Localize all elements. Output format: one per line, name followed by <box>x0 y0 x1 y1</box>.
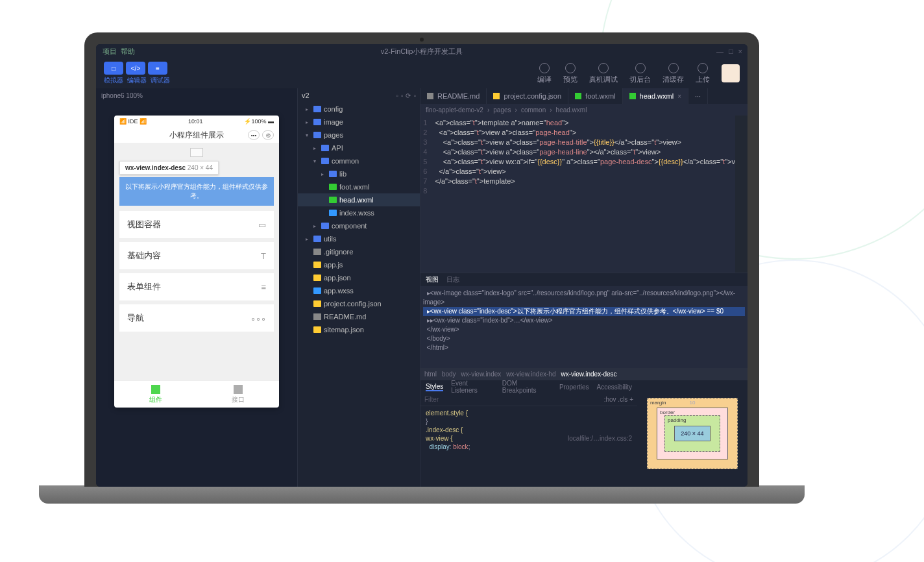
filter-actions[interactable]: :hov .cls + <box>604 396 633 403</box>
file-explorer: v2 ▫ ▫ ⟳ ▫ ▸config▸image▾pages▸API▾commo… <box>297 88 420 487</box>
tree-node[interactable]: app.json <box>298 271 420 284</box>
toolbar-switch[interactable]: 切后台 <box>629 63 651 84</box>
minimap[interactable] <box>735 116 748 273</box>
tree-node[interactable]: app.js <box>298 258 420 271</box>
editor-pill[interactable]: </> <box>126 62 145 75</box>
devtools-crumb[interactable]: html <box>424 371 437 378</box>
editor-tab[interactable]: project.config.json <box>487 88 568 104</box>
tree-node[interactable]: sitemap.json <box>298 323 420 336</box>
selected-element[interactable]: 以下将展示小程序官方组件能力，组件样式仅供参考。 <box>119 177 274 206</box>
status-battery: ⚡100% ▬ <box>244 118 274 125</box>
devtools-crumb[interactable]: wx-view.index <box>461 371 502 378</box>
tree-node[interactable]: ▾common <box>298 154 420 167</box>
devtools: 视图 日志 ▸<wx-image class="index-logo" src=… <box>420 273 748 487</box>
collapse-icon[interactable]: ▫ <box>413 92 416 99</box>
tree-node[interactable]: README.md <box>298 310 420 323</box>
styles-tab[interactable]: Accessibility <box>597 384 632 391</box>
editor-tab[interactable]: README.md <box>420 88 487 104</box>
tree-node[interactable]: head.wxml <box>298 193 420 206</box>
menu-project[interactable]: 项目 <box>103 47 117 56</box>
editor-tab[interactable]: foot.wxml <box>568 88 622 104</box>
tree-node[interactable]: ▸utils <box>298 232 420 245</box>
new-file-icon[interactable]: ▫ <box>396 92 398 99</box>
breadcrumb[interactable]: common <box>521 106 546 114</box>
window-title: v2-FinClip小程序开发工具 <box>381 47 463 56</box>
tabs-more[interactable]: ··· <box>688 88 708 104</box>
devtools-tab-log[interactable]: 日志 <box>446 275 459 284</box>
laptop-mockup: 项目 帮助 v2-FinClip小程序开发工具 — □ × □ </> ≡ 模拟… <box>39 32 805 526</box>
capsule-close-icon[interactable]: ◎ <box>262 130 274 140</box>
styles-tab[interactable]: Properties <box>559 384 589 391</box>
toolbar: □ </> ≡ 模拟器 编辑器 调试器 编译预览真机调试切后台清缓存上传 <box>96 58 748 88</box>
styles-tab[interactable]: Styles <box>426 383 443 391</box>
close-icon[interactable]: × <box>738 47 742 55</box>
editor-pane: README.mdproject.config.jsonfoot.wxmlhea… <box>420 88 748 487</box>
inspect-tooltip: wx-view.index-desc 240 × 44 <box>119 161 219 175</box>
capsule-menu-icon[interactable]: ••• <box>248 130 260 140</box>
devtools-tab-view[interactable]: 视图 <box>426 275 439 284</box>
minimize-icon[interactable]: — <box>716 47 723 55</box>
tree-node[interactable]: ▸image <box>298 116 420 128</box>
maximize-icon[interactable]: □ <box>729 47 733 55</box>
device-label: iphone6 100% <box>101 92 143 99</box>
refresh-icon[interactable]: ⟳ <box>406 92 411 99</box>
breadcrumb[interactable]: head.wxml <box>556 106 587 114</box>
list-item[interactable]: 导航∘∘∘ <box>119 304 274 332</box>
toolbar-compile[interactable]: 编译 <box>537 63 552 84</box>
tree-node[interactable]: ▸component <box>298 219 420 232</box>
phone-preview: 📶 IDE 📶 10:01 ⚡100% ▬ 小程序组件展示 ••• ◎ wx-v… <box>114 116 279 408</box>
toolbar-upload[interactable]: 上传 <box>696 63 710 84</box>
breadcrumb[interactable]: pages <box>493 106 511 114</box>
menubar: 项目 帮助 v2-FinClip小程序开发工具 — □ × <box>96 44 748 58</box>
list-item[interactable]: 表单组件≡ <box>119 273 274 300</box>
menu-help[interactable]: 帮助 <box>121 47 135 56</box>
simulator-pane: iphone6 100% 📶 IDE 📶 10:01 ⚡100% ▬ 小程序组件… <box>96 88 297 487</box>
toolbar-remote[interactable]: 真机调试 <box>589 63 618 84</box>
elements-panel[interactable]: ▸<wx-image class="index-logo" src="../re… <box>420 286 748 368</box>
app-title: 小程序组件展示 <box>169 130 224 141</box>
tree-node[interactable]: ▸config <box>298 103 420 116</box>
tree-node[interactable]: .gitignore <box>298 245 420 258</box>
list-item[interactable]: 视图容器▭ <box>119 211 274 238</box>
toolbar-preview[interactable]: 预览 <box>563 63 578 84</box>
simulator-label: 模拟器 <box>104 76 123 85</box>
styles-tab[interactable]: Event Listeners <box>451 380 494 394</box>
list-item[interactable]: 基础内容T <box>119 242 274 269</box>
styles-tab[interactable]: DOM Breakpoints <box>502 380 552 394</box>
simulator-pill[interactable]: □ <box>104 62 123 75</box>
phone-tab[interactable]: 接口 <box>197 381 279 408</box>
status-carrier: 📶 IDE 📶 <box>119 118 147 125</box>
toolbar-clear[interactable]: 清缓存 <box>663 63 684 84</box>
devtools-crumb[interactable]: body <box>442 371 456 378</box>
tree-node[interactable]: project.config.json <box>298 297 420 310</box>
tree-node[interactable]: foot.wxml <box>298 180 420 193</box>
devtools-crumb[interactable]: wx-view.index-hd <box>506 371 555 378</box>
debugger-label: 调试器 <box>151 76 170 85</box>
styles-panel[interactable]: element.style {}.index-desc {</span></di… <box>420 406 637 487</box>
explorer-root: v2 <box>302 92 310 99</box>
filter-input[interactable]: Filter <box>424 396 439 403</box>
box-model: margin 10 border padding 240 × 44 <box>637 380 748 487</box>
editor-label: 编辑器 <box>127 76 147 85</box>
code-area[interactable]: <a">class="t">template a">name="head"> <… <box>432 116 735 273</box>
tree-node[interactable]: ▸API <box>298 141 420 154</box>
tree-node[interactable]: ▾pages <box>298 128 420 141</box>
devtools-crumb[interactable]: wx-view.index-desc <box>561 371 616 378</box>
tree-node[interactable]: ▸lib <box>298 167 420 180</box>
breadcrumb[interactable]: fino-applet-demo-v2 <box>426 106 483 114</box>
tree-node[interactable]: index.wxss <box>298 206 420 219</box>
tree-node[interactable]: app.wxss <box>298 284 420 297</box>
debugger-pill[interactable]: ≡ <box>148 62 167 75</box>
editor-tab[interactable]: head.wxml× <box>623 88 688 104</box>
phone-tab[interactable]: 组件 <box>114 381 197 408</box>
status-time: 10:01 <box>188 118 203 125</box>
avatar[interactable] <box>722 64 740 82</box>
new-folder-icon[interactable]: ▫ <box>401 92 404 99</box>
